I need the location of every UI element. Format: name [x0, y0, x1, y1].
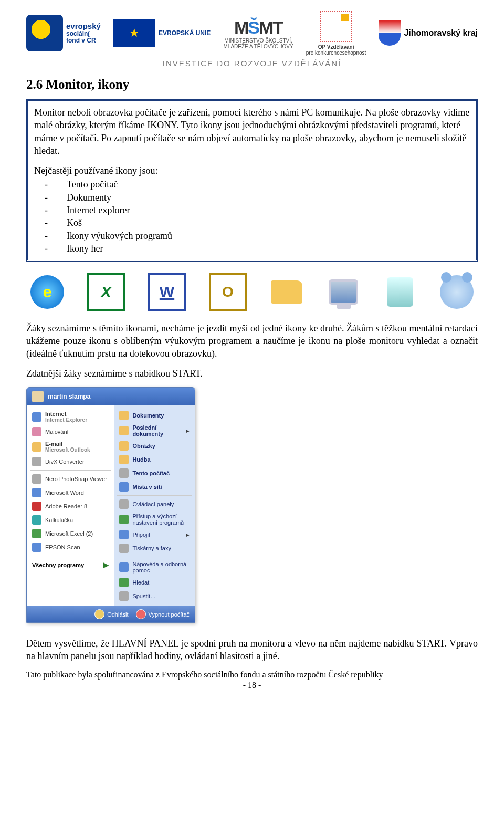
- header-logos: evropský sociální fond v ČR EVROPSKÁ UNI…: [26, 11, 478, 56]
- app-icon: [32, 543, 41, 552]
- icons-row: e X W O: [26, 273, 478, 311]
- shutdown-button[interactable]: Vypnout počítač: [136, 609, 190, 619]
- app-icon: [119, 426, 129, 435]
- app-icon: [119, 530, 129, 539]
- start-menu-item[interactable]: Malování: [27, 425, 114, 439]
- app-icon: [119, 578, 129, 587]
- item-label: Přístup a výchozí nastavení programů: [132, 513, 190, 526]
- outlook-icon: O: [209, 273, 247, 311]
- app-icon: [32, 412, 41, 422]
- body-paragraph-2: Zdatnější žáky seznámíme s nabídkou STAR…: [26, 368, 478, 380]
- logoff-button[interactable]: Odhlásit: [94, 609, 128, 619]
- item-label: Místa v síti: [132, 484, 162, 490]
- start-menu-item[interactable]: Hledat: [114, 576, 195, 589]
- avatar-icon: [32, 391, 44, 402]
- start-menu-item[interactable]: Spustit…: [114, 589, 195, 603]
- app-icon: [119, 499, 129, 509]
- app-icon: [119, 455, 129, 464]
- msmt-line2: MLÁDEŽE A TĚLOVÝCHOVY: [223, 44, 293, 49]
- msmt-line1: MINISTERSTVO ŠKOLSTVÍ,: [223, 38, 293, 44]
- app-icon: [119, 482, 129, 492]
- start-menu-item[interactable]: Tiskárny a faxy: [114, 541, 195, 555]
- start-menu-item[interactable]: Poslední dokumenty ▸: [114, 422, 195, 439]
- logo-esf: evropský sociální fond v ČR: [26, 15, 101, 51]
- start-menu-item[interactable]: Microsoft Word: [27, 486, 114, 499]
- start-menu-item[interactable]: Přístup a výchozí nastavení programů: [114, 511, 195, 528]
- list-item: Tento počítač: [34, 178, 470, 191]
- ie-icon: e: [30, 275, 64, 309]
- start-menu-item[interactable]: Ovládací panely: [114, 497, 195, 511]
- app-icon: [32, 502, 41, 511]
- start-menu-item[interactable]: Nápověda a odborná pomoc: [114, 559, 195, 576]
- item-label: Internet: [45, 411, 87, 417]
- app-icon: [119, 544, 129, 553]
- shutdown-icon: [136, 609, 146, 619]
- item-label: EPSON Scan: [45, 544, 80, 550]
- app-icon: [119, 411, 129, 420]
- start-menu-item[interactable]: Adobe Reader 8: [27, 499, 114, 513]
- opvz-line1: OP Vzdělávání: [306, 44, 366, 50]
- item-label: Hudba: [132, 456, 150, 463]
- start-menu-left: InternetInternet ExplorerMalováníE-mailM…: [27, 405, 114, 606]
- opvz-line2: pro konkurenceschopnost: [306, 50, 366, 56]
- list-item: Koš: [34, 216, 470, 229]
- start-menu-item[interactable]: InternetInternet Explorer: [27, 409, 114, 425]
- item-label: Dokumenty: [132, 412, 164, 419]
- arrow-right-icon: ▸: [186, 428, 190, 434]
- jmk-label: Jihomoravský kraj: [404, 28, 478, 38]
- start-menu-item[interactable]: Obrázky: [114, 439, 195, 453]
- logo-msmt: MŠMT MINISTERSTVO ŠKOLSTVÍ, MLÁDEŽE A TĚ…: [223, 17, 293, 49]
- start-menu-right: DokumentyPoslední dokumenty ▸ObrázkyHudb…: [114, 405, 195, 606]
- start-menu-item[interactable]: Microsoft Excel (2): [27, 527, 114, 540]
- app-icon: [32, 442, 41, 452]
- excel-icon: X: [87, 273, 125, 311]
- item-label: Poslední dokumenty: [132, 424, 183, 437]
- item-label: Microsoft Excel (2): [45, 530, 93, 537]
- start-menu-footer: Odhlásit Vypnout počítač: [27, 606, 195, 622]
- item-sublabel: Internet Explorer: [45, 417, 87, 423]
- item-label: Microsoft Word: [45, 489, 84, 496]
- invest-line: INVESTICE DO ROZVOJE VZDĚLÁVÁNÍ: [26, 59, 478, 68]
- jmk-crest-icon: [379, 20, 401, 46]
- item-label: Tento počítač: [132, 470, 170, 476]
- logo-opvz: OP Vzdělávání pro konkurenceschopnost: [306, 11, 366, 56]
- recycle-bin-icon: [383, 275, 417, 309]
- start-menu-item[interactable]: Místa v síti: [114, 480, 195, 494]
- monitor-icon: [327, 275, 360, 309]
- esf-icon: [26, 15, 63, 51]
- app-icon: [32, 515, 41, 525]
- opvz-icon: [320, 11, 352, 42]
- item-sublabel: Microsoft Outlook: [45, 447, 90, 453]
- all-programs-button[interactable]: Všechny programy▶: [27, 558, 114, 572]
- list-item: Internet explorer: [34, 204, 470, 216]
- item-label: Ovládací panely: [132, 501, 174, 507]
- item-label: Tiskárny a faxy: [132, 545, 171, 551]
- start-menu-item[interactable]: Nero PhotoSnap Viewer: [27, 472, 114, 486]
- folder-icon: [270, 275, 303, 309]
- start-menu-item[interactable]: Kalkulačka: [27, 513, 114, 527]
- body-paragraph-3: Dětem vysvětlíme, že HLAVNÍ PANEL je spo…: [26, 638, 478, 663]
- item-label: Obrázky: [132, 443, 155, 449]
- item-label: Spustit…: [132, 593, 156, 599]
- word-icon: W: [148, 273, 186, 311]
- list-item: Ikony her: [34, 242, 470, 255]
- box-list: Tento počítač Dokumenty Internet explore…: [34, 178, 470, 255]
- section-title: 2.6 Monitor, ikony: [26, 77, 478, 92]
- item-label: Malování: [45, 429, 69, 435]
- start-menu-header: martin slampa: [27, 388, 195, 405]
- shutdown-label: Vypnout počítač: [149, 611, 190, 618]
- esf-line3: fond v ČR: [66, 37, 101, 44]
- box-paragraph: Monitor neboli obrazovka počítače je zař…: [34, 106, 470, 157]
- start-menu-item[interactable]: EPSON Scan: [27, 540, 114, 554]
- start-menu-item[interactable]: E-mailMicrosoft Outlook: [27, 439, 114, 455]
- app-icon: [119, 468, 129, 478]
- start-menu-item[interactable]: Hudba: [114, 453, 195, 466]
- start-menu-item[interactable]: Tento počítač: [114, 466, 195, 480]
- start-menu-item[interactable]: DivX Converter: [27, 455, 114, 468]
- app-icon: [119, 515, 129, 524]
- logo-eu: EVROPSKÁ UNIE: [113, 19, 211, 47]
- start-menu-item[interactable]: Dokumenty: [114, 409, 195, 422]
- eu-flag-icon: [113, 19, 155, 47]
- start-menu-item[interactable]: Připojit ▸: [114, 528, 195, 541]
- box-list-intro: Nejčastěji používané ikony jsou:: [34, 164, 470, 177]
